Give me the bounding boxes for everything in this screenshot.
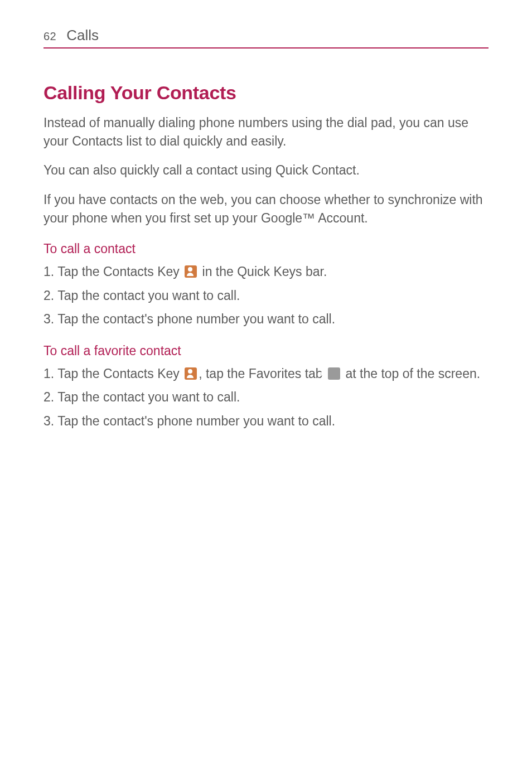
chapter-title: Calls bbox=[66, 27, 99, 44]
step-2-call-contact: 2. Tap the contact you want to call. bbox=[43, 286, 489, 306]
contacts-key-icon bbox=[185, 367, 197, 380]
step-text: in the Quick Keys bar. bbox=[199, 264, 327, 279]
intro-paragraph-2: You can also quickly call a contact usin… bbox=[43, 161, 489, 180]
page-number: 62 bbox=[43, 30, 56, 43]
step-1-call-favorite: 1. Tap the Contacts Key , tap the Favori… bbox=[43, 364, 489, 384]
intro-paragraph-1: Instead of manually dialing phone number… bbox=[43, 114, 489, 150]
contacts-key-label: Contacts Key bbox=[103, 366, 180, 381]
contacts-key-label: Contacts Key bbox=[103, 264, 180, 279]
step-1-call-contact: 1. Tap the Contacts Key in the Quick Key… bbox=[43, 262, 489, 282]
page-container: 62 Calls Calling Your Contacts Instead o… bbox=[0, 0, 532, 430]
step-text: 1. Tap the bbox=[43, 264, 103, 279]
step-3-call-contact: 3. Tap the contact's phone number you wa… bbox=[43, 309, 489, 329]
step-2-call-favorite: 2. Tap the contact you want to call. bbox=[43, 388, 489, 407]
section-title: Calling Your Contacts bbox=[43, 82, 489, 104]
favorites-tab-label: Favorites bbox=[249, 366, 302, 381]
favorites-star-icon: ★ bbox=[328, 367, 340, 380]
intro-paragraph-3: If you have contacts on the web, you can… bbox=[43, 191, 489, 227]
page-header: 62 Calls bbox=[43, 27, 489, 49]
contacts-key-icon bbox=[185, 265, 197, 278]
subsection-title-call-favorite: To call a favorite contact bbox=[43, 343, 489, 359]
subsection-title-call-contact: To call a contact bbox=[43, 241, 489, 256]
step-text: , tap the bbox=[199, 366, 249, 381]
step-3-call-favorite: 3. Tap the contact's phone number you wa… bbox=[43, 411, 489, 431]
step-text: 1. Tap the bbox=[43, 366, 103, 381]
step-text: at the top of the screen. bbox=[342, 366, 480, 381]
